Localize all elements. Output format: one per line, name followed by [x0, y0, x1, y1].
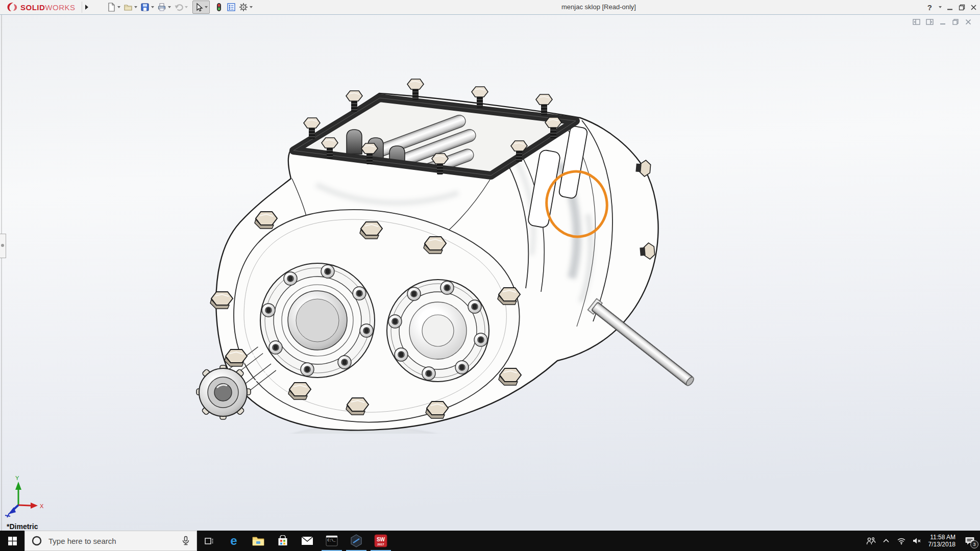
flyout-arrow-icon — [85, 4, 89, 10]
rebuild-button[interactable] — [213, 1, 225, 13]
hexagon-app-icon — [350, 534, 362, 547]
new-document-dropdown[interactable] — [117, 6, 120, 8]
wifi-icon — [897, 537, 906, 545]
view-orientation-label: *Dimetric — [7, 522, 38, 531]
solidworks-logo: SOLIDWORKS — [5, 1, 76, 13]
action-center-button[interactable]: 3 — [960, 531, 980, 551]
task-view-button[interactable] — [197, 531, 222, 551]
command-prompt-icon: C:\_ — [326, 535, 338, 546]
taskbar-app-solidworks[interactable]: SW 2017 — [369, 531, 393, 551]
tray-overflow-button[interactable] — [878, 531, 894, 551]
volume-button[interactable] — [909, 531, 924, 551]
doc-minimize-button[interactable] — [939, 18, 946, 26]
tray-time: 11:58 AM — [928, 534, 955, 541]
doc-close-button[interactable] — [965, 18, 972, 26]
taskbar-app-hexagon[interactable] — [344, 531, 369, 551]
brand-solid: SOLID — [20, 3, 45, 12]
print-icon — [157, 3, 166, 12]
select-cursor-icon — [194, 3, 203, 12]
toolbar-flyout-arrow[interactable] — [82, 2, 91, 13]
spline-coupling-end — [197, 365, 251, 419]
svg-text:e: e — [230, 534, 237, 547]
microphone-icon[interactable] — [181, 536, 190, 546]
taskbar-app-edge[interactable]: e — [222, 531, 246, 551]
windows-taskbar: e C:\_ SW 2017 — [0, 531, 980, 551]
open-dropdown[interactable] — [134, 6, 137, 8]
viewport-3d[interactable]: Y X *Dimetric — [0, 0, 980, 551]
taskbar-app-store[interactable] — [271, 531, 295, 551]
taskbar-app-mail[interactable] — [295, 531, 320, 551]
system-tray: 11:58 AM 7/13/2018 3 — [863, 531, 980, 551]
people-button[interactable] — [863, 531, 878, 551]
app-restore-button[interactable] — [959, 4, 965, 11]
document-window-controls — [913, 18, 972, 26]
cortana-icon — [31, 535, 42, 546]
taskbar-app-command-prompt[interactable]: C:\_ — [320, 531, 344, 551]
app-minimize-button[interactable] — [947, 4, 953, 11]
windows-logo-icon — [8, 537, 17, 545]
solidworks-2017-icon: SW 2017 — [374, 534, 387, 547]
print-button[interactable] — [156, 1, 173, 13]
store-icon — [277, 535, 288, 546]
options-gear-icon — [239, 3, 248, 12]
taskbar-app-file-explorer[interactable] — [246, 531, 271, 551]
main-toolbar — [105, 1, 254, 13]
taskbar-search-box[interactable] — [24, 531, 197, 551]
network-button[interactable] — [894, 531, 909, 551]
help-dropdown[interactable] — [939, 6, 942, 8]
left-bearing-cover — [260, 263, 375, 378]
rebuild-traffic-light-icon — [214, 3, 224, 12]
open-button[interactable] — [122, 1, 139, 13]
print-dropdown[interactable] — [168, 6, 171, 8]
show-right-pane-button[interactable] — [926, 18, 934, 26]
svg-text:C:\_: C:\_ — [328, 539, 336, 542]
edge-icon: e — [227, 534, 240, 547]
show-left-pane-button[interactable] — [913, 18, 920, 26]
svg-text:SW: SW — [377, 537, 385, 542]
mail-icon — [301, 536, 313, 545]
open-folder-icon — [124, 3, 133, 12]
save-button[interactable] — [139, 1, 156, 13]
task-view-icon — [205, 537, 214, 545]
taskbar-clock[interactable]: 11:58 AM 7/13/2018 — [924, 534, 960, 548]
pane-handle-dot — [1, 244, 4, 247]
select-tool-dropdown[interactable] — [205, 6, 208, 8]
new-document-button[interactable] — [105, 1, 122, 13]
people-icon — [866, 537, 876, 545]
solidworks-logo-icon — [5, 1, 18, 13]
select-tool-button[interactable] — [192, 1, 210, 14]
undo-button[interactable] — [173, 1, 189, 13]
titlebar: SOLIDWORKS — [0, 0, 980, 15]
options-button[interactable] — [237, 1, 254, 13]
window-title: menjac sklop [Read-only] — [561, 3, 636, 11]
file-explorer-icon — [252, 536, 264, 546]
doc-restore-button[interactable] — [952, 18, 959, 26]
tray-date: 7/13/2018 — [928, 541, 955, 548]
save-dropdown[interactable] — [151, 6, 154, 8]
help-button[interactable]: ? — [927, 3, 932, 12]
file-properties-button[interactable] — [225, 1, 237, 13]
notification-count-badge: 3 — [970, 540, 978, 548]
search-input[interactable] — [47, 536, 181, 546]
app-close-button[interactable] — [970, 4, 977, 11]
file-properties-icon — [227, 3, 236, 12]
save-floppy-icon — [140, 3, 150, 12]
brand-works: WORKS — [45, 3, 75, 12]
right-bearing-cover — [387, 280, 489, 382]
undo-icon — [174, 3, 183, 12]
chevron-up-icon — [882, 537, 890, 545]
svg-text:2017: 2017 — [377, 543, 384, 546]
options-dropdown[interactable] — [250, 6, 253, 8]
triad-y-label: Y — [15, 475, 19, 481]
undo-dropdown[interactable] — [185, 6, 188, 8]
start-button[interactable] — [0, 531, 24, 551]
featuremanager-collapsed-tab[interactable] — [0, 234, 6, 258]
new-document-icon — [107, 3, 116, 12]
speaker-muted-icon — [912, 537, 921, 545]
triad-x-label: X — [40, 503, 44, 509]
